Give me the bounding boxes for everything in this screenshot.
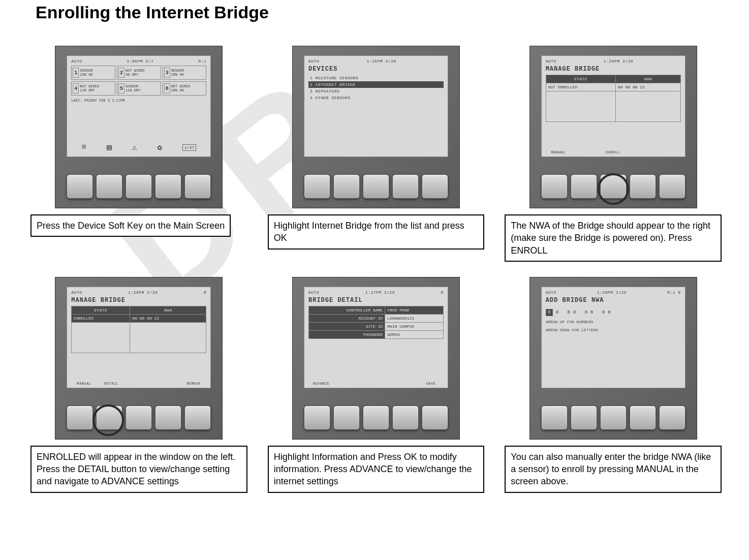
grid-icon: ▤ (107, 142, 112, 152)
hint-text: ARROW UP FOR NUMBERS (546, 320, 681, 324)
softkey-row (304, 406, 448, 430)
state-value: ENROLLED (72, 314, 130, 322)
softkey-button[interactable] (659, 174, 685, 199)
softkey-labels: MANUAL ENROLL (545, 150, 682, 154)
hint-text: ARROW DOWN FOR LETTERS (546, 328, 681, 332)
softkey-button[interactable] (541, 406, 568, 430)
detail-table: CONTROLLER NAMEFROG POND ACCOUNT IDLONGW… (308, 306, 444, 339)
menu-icon: ≡ (81, 143, 86, 152)
mode-label: AUTO (546, 290, 556, 295)
controller-device: AUTO 1:26PM 2/29 R MANAGE BRIDGE STATENW… (55, 277, 223, 440)
softkey-button[interactable] (184, 174, 211, 199)
last-run-label: LAST: FRIDAY FEB 3 1:17PM (71, 99, 206, 103)
step-row-2: AUTO 1:26PM 2/29 R MANAGE BRIDGE STATENW… (30, 277, 722, 493)
softkey-button[interactable] (155, 174, 181, 199)
softkey-button[interactable] (392, 406, 419, 430)
softkey-button[interactable] (333, 406, 360, 430)
rcol-label: R:1 (198, 59, 206, 64)
sensor-cell: 5SENSOR11% DRY (117, 81, 161, 96)
softkey-button[interactable] (422, 174, 448, 199)
lcd-screen: AUTO 1:25PM 2/29 DEVICES 1 MOISTURE SENS… (304, 55, 448, 157)
list-item: 4 OTHER SENSORS (308, 95, 444, 101)
softkey-button[interactable] (392, 174, 419, 199)
softkey-button[interactable] (659, 406, 685, 430)
sensor-cell: 1SENSOR15% OK (71, 66, 115, 80)
clock-label: 1:26PM 2/29 (128, 290, 158, 295)
screen-title: DEVICES (308, 66, 444, 73)
nwa-digit: 0 (567, 310, 570, 315)
step-caption: Highlight Information and Press OK to mo… (268, 446, 485, 493)
controller-device: AUTO 1:05PM 2/7 R:1 1SENSOR15% OK 2NOT W… (55, 46, 223, 208)
mode-label: AUTO (308, 59, 319, 64)
bridge-table: STATENWA ENROLLED00 00 00 22 (71, 306, 206, 353)
rcol-label: R (441, 290, 444, 295)
mode-label: AUTO (71, 290, 82, 295)
softkey-row (304, 174, 448, 199)
softkey-button[interactable] (630, 174, 656, 199)
softkey-button[interactable] (96, 174, 122, 199)
step-caption: The NWA of the Bridge should appear to t… (505, 214, 722, 262)
softkey-button[interactable] (304, 406, 330, 430)
softkey-labels: ADVANCE SAVE (307, 382, 445, 386)
page-title: Enrolling the Internet Bridge (36, 3, 269, 22)
softkey-button[interactable] (126, 406, 152, 430)
rcol-label: R:1 0 (667, 290, 681, 295)
sensor-cell: 2NOT WIRED4% DRY (117, 66, 161, 80)
lcd-screen: AUTO 1:26PM 2/29 R MANAGE BRIDGE STATENW… (67, 287, 211, 388)
clock-label: 1:25PM 2/29 (366, 59, 396, 64)
softkey-button[interactable] (600, 174, 627, 199)
nwa-digit: 0 (573, 310, 576, 315)
step-caption: Highlight Internet Bridge from the list … (268, 214, 485, 250)
softkey-button[interactable] (363, 406, 389, 430)
softkey-button[interactable] (184, 406, 211, 430)
icon-row: ≡ ▤ ⚠ ✿ 1/47 (71, 142, 206, 152)
step-6: AUTO 1:29PM 2/29 R:1 0 ADD BRIDGE NWA 0 … (505, 277, 722, 493)
softkey-button[interactable] (96, 406, 122, 430)
softkey-button[interactable] (541, 174, 568, 199)
softkey-button[interactable] (422, 406, 448, 430)
softkey-button[interactable] (630, 406, 656, 430)
softkey-button[interactable] (600, 406, 627, 430)
lcd-screen: AUTO 1:26PM 2/29 MANAGE BRIDGE STATENWA … (541, 55, 685, 157)
sensor-cell: 6NOT WIRED20% OK (163, 81, 207, 96)
gear-icon: ✿ (157, 142, 162, 152)
controller-device: AUTO 1:27PM 2/29 R BRIDGE DETAIL CONTROL… (292, 277, 460, 440)
state-value: NOT ENROLLED (546, 83, 615, 91)
nwa-digit: 0 (546, 309, 553, 316)
softkey-button[interactable] (67, 174, 93, 199)
page-indicator: 1/47 (182, 144, 196, 151)
lcd-screen: AUTO 1:29PM 2/29 R:1 0 ADD BRIDGE NWA 0 … (541, 287, 685, 388)
softkey-button[interactable] (333, 174, 360, 199)
sensor-cell: 4NOT WIRED11% DRY (71, 81, 115, 96)
mode-label: AUTO (71, 59, 82, 64)
softkey-button[interactable] (126, 174, 152, 199)
softkey-button[interactable] (67, 406, 93, 430)
mode-label: AUTO (308, 290, 319, 295)
controller-device: AUTO 1:26PM 2/29 MANAGE BRIDGE STATENWA … (529, 46, 697, 208)
nwa-value: 00 00 00 22 (130, 314, 206, 322)
lcd-screen: AUTO 1:27PM 2/29 R BRIDGE DETAIL CONTROL… (304, 287, 448, 388)
controller-device: AUTO 1:29PM 2/29 R:1 0 ADD BRIDGE NWA 0 … (529, 277, 697, 440)
step-3: AUTO 1:26PM 2/29 MANAGE BRIDGE STATENWA … (505, 46, 722, 262)
nwa-digit: 0 (608, 310, 610, 315)
clock-label: 1:05PM 2/7 (127, 59, 153, 64)
softkey-button[interactable] (571, 406, 597, 430)
softkey-button[interactable] (304, 174, 330, 199)
nwa-digit: 0 (602, 310, 605, 315)
step-grid: AUTO 1:05PM 2/7 R:1 1SENSOR15% OK 2NOT W… (30, 46, 722, 493)
softkey-button[interactable] (363, 174, 389, 199)
sensor-cell: 3SENSOR20% OK (163, 66, 207, 80)
nwa-digit: 0 (590, 310, 593, 315)
screen-title: ADD BRIDGE NWA (546, 297, 681, 304)
bridge-table: STATENWA NOT ENROLLED00 00 00 22 (546, 75, 681, 122)
softkey-button[interactable] (155, 406, 181, 430)
screen-title: MANAGE BRIDGE (546, 66, 681, 73)
mode-label: AUTO (546, 59, 556, 64)
lcd-screen: AUTO 1:05PM 2/7 R:1 1SENSOR15% OK 2NOT W… (67, 55, 211, 157)
softkey-row (67, 174, 211, 199)
clock-label: 1:27PM 2/29 (365, 290, 395, 295)
step-caption: ENROLLED will appear in the window on th… (30, 446, 247, 493)
screen-title: MANAGE BRIDGE (71, 297, 206, 304)
nwa-digit: 0 (556, 310, 558, 315)
softkey-button[interactable] (571, 174, 597, 199)
